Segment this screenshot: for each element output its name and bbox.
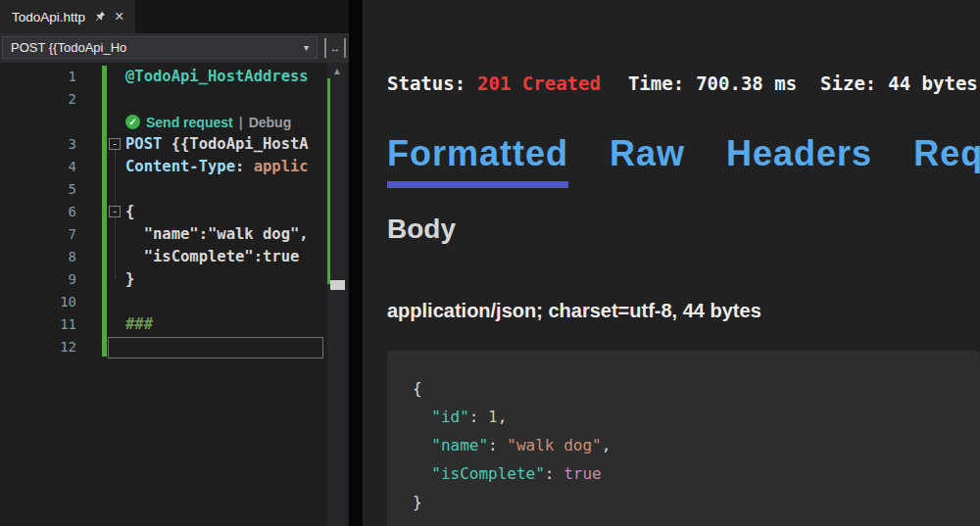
body-heading: Body xyxy=(387,214,456,245)
scrollbar-change-marks xyxy=(327,78,330,284)
editor-pane: TodoApi.http × POST {{TodoApi_Ho ▾ ↔ 1@T… xyxy=(0,0,349,526)
split-editor-button[interactable]: ↔ xyxy=(324,38,346,58)
code-token: @TodoApi_HostAddress xyxy=(125,68,309,85)
code-token: ### xyxy=(125,315,153,333)
request-selector[interactable]: POST {{TodoApi_Ho ▾ xyxy=(2,36,318,59)
send-request-check-icon: ✓ xyxy=(125,115,140,129)
codelens-separator: | xyxy=(239,115,243,130)
editor-line[interactable]: 10 xyxy=(0,291,349,313)
tab-request[interactable]: Req xyxy=(913,133,980,174)
size-value: 44 bytes xyxy=(888,72,978,94)
code-token: POST xyxy=(125,135,162,153)
editor-line[interactable]: 12 xyxy=(0,336,349,359)
content-type-line: application/json; charset=utf-8, 44 byte… xyxy=(387,300,761,322)
code-token: { xyxy=(413,379,422,398)
code-token: "name":"walk dog", xyxy=(125,225,309,243)
pin-icon[interactable] xyxy=(94,11,106,23)
tab-headers[interactable]: Headers xyxy=(726,133,872,174)
line-number: 1 xyxy=(0,66,76,88)
modified-lines-bar xyxy=(102,66,107,357)
code-token: 1 xyxy=(488,407,498,426)
code-token: {{TodoApi_HostA xyxy=(162,135,308,153)
line-number: 3 xyxy=(0,133,76,156)
scrollbar-up-arrow[interactable]: ▲ xyxy=(327,66,347,76)
code-token: Content-Type xyxy=(125,158,235,175)
editor-line[interactable]: 11### xyxy=(0,313,349,336)
code-token: } xyxy=(413,493,422,511)
line-text: ### xyxy=(125,313,153,336)
codelens-row[interactable]: ✓Send request|Debug xyxy=(0,111,349,133)
line-text: Content-Type: applic xyxy=(125,156,309,178)
code-editor[interactable]: 1@TodoApi_HostAddress2✓Send request|Debu… xyxy=(0,63,349,526)
tab-raw[interactable]: Raw xyxy=(610,133,685,174)
line-number: 8 xyxy=(0,246,76,268)
split-icon: ↔ xyxy=(330,42,341,54)
code-token: "isComplete" xyxy=(431,464,545,483)
line-number: 7 xyxy=(0,223,76,246)
code-token: "id" xyxy=(431,407,469,426)
code-token: applic xyxy=(254,158,309,175)
code-token: , xyxy=(498,407,508,426)
response-body-json: { "id": 1, "name": "walk dog", "isComple… xyxy=(387,351,980,526)
fold-collapse-icon[interactable]: - xyxy=(109,206,121,217)
code-token xyxy=(413,464,431,483)
editor-line[interactable]: 7 "name":"walk dog", xyxy=(0,223,349,246)
file-tab-todoapi-http[interactable]: TodoApi.http × xyxy=(0,0,135,33)
editor-line[interactable]: 8 "isComplete":true xyxy=(0,246,349,268)
json-line: { xyxy=(413,374,980,403)
code-token: "walk dog" xyxy=(507,436,601,454)
status-label: Status: xyxy=(387,72,466,94)
response-pane: Status:201 CreatedTime:700.38 msSize:44 … xyxy=(363,0,980,526)
time-value: 700.38 ms xyxy=(696,72,797,94)
vs-window: TodoApi.http × POST {{TodoApi_Ho ▾ ↔ 1@T… xyxy=(0,0,980,526)
line-number: 5 xyxy=(0,178,76,201)
current-line-box xyxy=(108,337,323,359)
document-tabstrip: TodoApi.http × xyxy=(0,0,349,33)
time-label: Time: xyxy=(628,72,684,94)
chevron-down-icon: ▾ xyxy=(304,42,309,53)
line-text: } xyxy=(125,268,134,291)
line-number: 9 xyxy=(0,268,76,291)
line-number: 6 xyxy=(0,201,76,223)
request-selector-value: POST {{TodoApi_Ho xyxy=(11,40,126,55)
line-text: @TodoApi_HostAddress xyxy=(125,66,309,88)
line-text: "isComplete":true xyxy=(125,246,299,268)
editor-line[interactable]: 6-{ xyxy=(0,201,349,223)
send-request-link[interactable]: Send request xyxy=(146,115,233,130)
editor-line[interactable]: 5 xyxy=(0,178,349,201)
tab-formatted[interactable]: Formatted xyxy=(387,133,568,188)
editor-line[interactable]: 1@TodoApi_HostAddress xyxy=(0,66,349,88)
response-status-row: Status:201 CreatedTime:700.38 msSize:44 … xyxy=(387,72,978,94)
line-number: 11 xyxy=(0,313,76,336)
size-label: Size: xyxy=(820,72,876,94)
line-text: POST {{TodoApi_HostA xyxy=(125,133,309,156)
code-token: } xyxy=(125,270,134,288)
json-line: } xyxy=(413,488,980,516)
close-icon[interactable]: × xyxy=(115,9,123,24)
line-number: 10 xyxy=(0,291,76,313)
editor-line[interactable]: 2 xyxy=(0,88,349,111)
line-text: { xyxy=(125,201,134,223)
editor-line[interactable]: 4Content-Type: applic xyxy=(0,156,349,178)
code-token xyxy=(413,407,431,426)
editor-scrollbar[interactable]: ▲ xyxy=(327,63,347,526)
scrollbar-thumb[interactable] xyxy=(330,280,345,290)
pane-divider[interactable] xyxy=(349,0,363,526)
json-line: "isComplete": true xyxy=(413,459,980,488)
editor-line[interactable]: 3-POST {{TodoApi_HostA xyxy=(0,133,349,156)
fold-collapse-icon[interactable]: - xyxy=(109,138,121,150)
json-line: "name": "walk dog", xyxy=(413,431,980,459)
code-token: { xyxy=(125,203,134,220)
debug-link[interactable]: Debug xyxy=(249,115,292,130)
code-token: "name" xyxy=(431,436,488,454)
code-token: : xyxy=(469,407,488,426)
line-number: 12 xyxy=(0,336,76,359)
file-tab-title: TodoApi.http xyxy=(12,10,85,24)
response-tabs: FormattedRawHeadersReq xyxy=(387,133,980,188)
line-number: 2 xyxy=(0,88,76,111)
line-number: 4 xyxy=(0,156,76,178)
editor-line[interactable]: 9} xyxy=(0,268,349,291)
code-token xyxy=(413,436,431,454)
code-token: , xyxy=(602,436,612,454)
code-token: true xyxy=(564,464,602,483)
